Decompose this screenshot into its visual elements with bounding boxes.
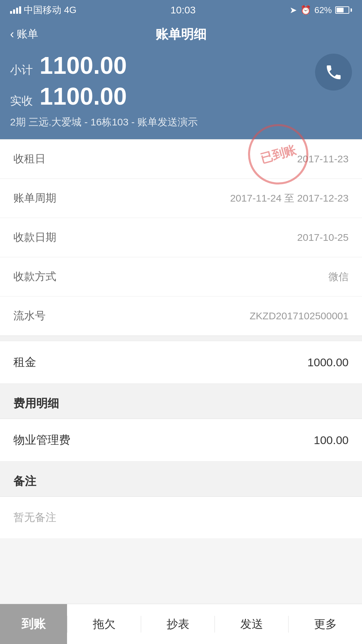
fee-row-property: 物业管理费 100.00 — [0, 419, 362, 462]
nav-main-button[interactable]: 到账 — [0, 604, 67, 644]
battery-icon — [335, 6, 352, 14]
status-bar: 中国移动 4G 10:03 ➤ ⏰ 62% — [0, 0, 362, 20]
nav-row: ‹ 账单 账单明细 — [10, 27, 352, 42]
nav-item-send[interactable]: 发送 — [215, 604, 288, 644]
header: ‹ 账单 账单明细 小计 1100.00 实收 1100.00 2期 三远.大爱… — [0, 20, 362, 139]
remark-header-text: 备注 — [13, 475, 36, 487]
bottom-nav: 到账 拖欠 抄表 发送 更多 — [0, 604, 362, 644]
cycle-value: 2017-11-24 至 2017-12-23 — [230, 192, 349, 205]
cycle-label: 账单周期 — [13, 191, 56, 206]
payment-date-value: 2017-10-25 — [297, 232, 349, 243]
carrier-label: 中国移动 — [24, 4, 61, 16]
detail-row-cycle: 账单周期 2017-11-24 至 2017-12-23 — [0, 179, 362, 218]
rent-row: 租金 1000.00 — [0, 341, 362, 384]
nav-main-label: 到账 — [21, 616, 46, 632]
network-label: 4G — [64, 5, 76, 15]
payment-method-label: 收款方式 — [13, 269, 56, 284]
battery-label: 62% — [314, 5, 332, 15]
actual-amount: 1100.00 — [40, 83, 127, 110]
serial-label: 流水号 — [13, 309, 46, 323]
back-label: 账单 — [17, 27, 38, 42]
nav-overdue-label: 拖欠 — [93, 616, 116, 632]
nav-item-meter[interactable]: 抄表 — [141, 604, 215, 644]
detail-section: 收租日 2017-11-23 账单周期 2017-11-24 至 2017-12… — [0, 139, 362, 336]
location-icon: ➤ — [290, 5, 297, 15]
rent-label: 租金 — [13, 355, 36, 370]
remark-section-header: 备注 — [0, 462, 362, 497]
detail-row-rent-date: 收租日 2017-11-23 — [0, 140, 362, 179]
phone-button[interactable] — [315, 54, 352, 91]
rent-date-value: 2017-11-23 — [297, 153, 349, 165]
back-button[interactable]: ‹ 账单 — [10, 27, 38, 42]
nav-meter-label: 抄表 — [167, 616, 189, 632]
alarm-icon: ⏰ — [300, 5, 311, 15]
detail-row-serial: 流水号 ZKZD2017102500001 — [0, 297, 362, 336]
nav-send-label: 发送 — [240, 616, 263, 632]
actual-row: 实收 1100.00 — [10, 83, 352, 110]
subtotal-row: 小计 1100.00 — [10, 52, 352, 79]
subtotal-label: 小计 — [10, 62, 33, 78]
status-right: ➤ ⏰ 62% — [290, 5, 352, 15]
detail-row-payment-method: 收款方式 微信 — [0, 257, 362, 297]
fee-header-text: 费用明细 — [13, 397, 59, 410]
fee-property-label: 物业管理费 — [13, 432, 70, 448]
fee-section-header: 费用明细 — [0, 384, 362, 419]
time-label: 10:03 — [171, 4, 196, 16]
payment-method-value: 微信 — [328, 270, 349, 284]
rent-value: 1000.00 — [307, 356, 349, 369]
detail-row-payment-date: 收款日期 2017-10-25 — [0, 218, 362, 257]
nav-more-label: 更多 — [314, 616, 337, 632]
subtotal-amount: 1100.00 — [40, 52, 127, 79]
phone-icon — [324, 63, 343, 82]
remark-empty: 暂无备注 — [0, 497, 362, 538]
nav-item-overdue[interactable]: 拖欠 — [67, 604, 141, 644]
page-title: 账单明细 — [156, 26, 206, 43]
serial-value: ZKZD2017102500001 — [250, 310, 349, 322]
signal-icon — [10, 6, 21, 14]
back-chevron-icon: ‹ — [10, 27, 14, 41]
fee-property-value: 100.00 — [314, 434, 349, 447]
status-left: 中国移动 4G — [10, 4, 76, 16]
content-area: 收租日 2017-11-23 账单周期 2017-11-24 至 2017-12… — [0, 139, 362, 644]
nav-item-more[interactable]: 更多 — [289, 604, 362, 644]
rent-date-label: 收租日 — [13, 152, 46, 166]
payment-date-label: 收款日期 — [13, 230, 56, 245]
header-info: 2期 三远.大爱城 - 16栋103 - 账单发送演示 — [10, 115, 352, 129]
actual-label: 实收 — [10, 93, 33, 109]
